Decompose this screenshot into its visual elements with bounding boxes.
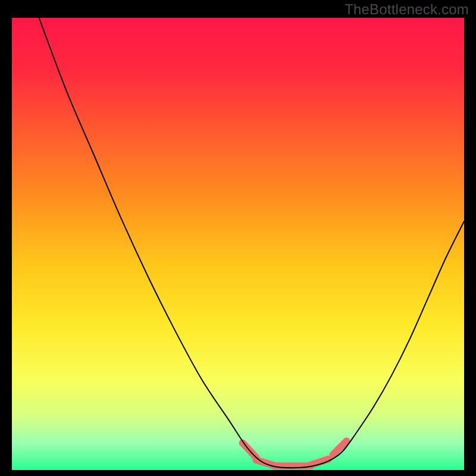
chart-svg	[12, 18, 464, 470]
chart-plot-area	[12, 18, 464, 470]
chart-frame: TheBottleneck.com	[0, 0, 476, 476]
gradient-background	[12, 18, 464, 470]
watermark-text: TheBottleneck.com	[345, 1, 469, 18]
